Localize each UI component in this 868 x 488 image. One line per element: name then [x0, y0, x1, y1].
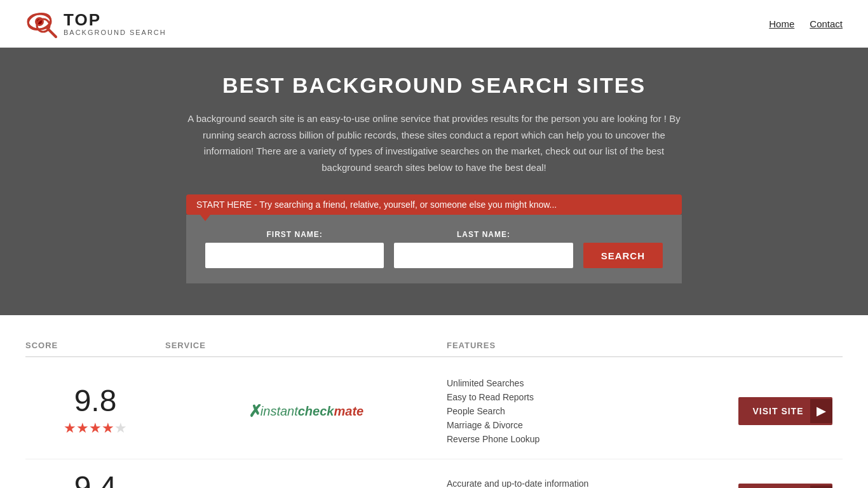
search-container: START HERE - Try searching a friend, rel… — [186, 194, 682, 283]
main-nav: Home Contact — [769, 18, 843, 29]
score-number-1: 9.8 — [25, 386, 165, 416]
table-row: 9.4 ★★★★★ PeopleLooker Accurate and up-t… — [25, 459, 843, 488]
features-cell-1: Unlimited Searches Easy to Read Reports … — [447, 376, 728, 446]
search-box: FIRST NAME: LAST NAME: SEARCH — [186, 215, 682, 283]
ic-mate: mate — [334, 404, 363, 419]
logo-sub: BACKGROUND SEARCH — [64, 29, 166, 36]
visit-arrow-2: ▶ — [810, 485, 832, 488]
col-features: FEATURES — [447, 341, 728, 350]
ic-instant: instant — [261, 404, 298, 419]
features-list-1: Unlimited Searches Easy to Read Reports … — [447, 376, 728, 446]
feature-item: Easy to Read Reports — [447, 390, 728, 404]
logo-text: TOP BACKGROUND SEARCH — [64, 11, 166, 37]
visit-site-button-1[interactable]: VISIT SITE ▶ — [738, 397, 832, 425]
ic-x-mark: ✗ — [248, 402, 261, 421]
search-button[interactable]: SEARCH — [583, 243, 663, 268]
search-prompt: START HERE - Try searching a friend, rel… — [186, 194, 682, 215]
first-name-group: FIRST NAME: — [205, 230, 384, 268]
first-name-label: FIRST NAME: — [205, 230, 384, 239]
table-row: 9.8 ★★★★★ ✗ instant checkmate Unlimited … — [25, 363, 843, 459]
visit-label-1: VISIT SITE — [752, 406, 803, 416]
results-table: SCORE SERVICE FEATURES 9.8 ★★★★★ ✗ insta… — [0, 315, 868, 488]
service-cell-1: ✗ instant checkmate — [165, 402, 447, 421]
ic-check: check — [298, 404, 334, 419]
score-cell-2: 9.4 ★★★★★ — [25, 472, 165, 488]
col-service: SERVICE — [165, 341, 447, 350]
feature-item: Reverse Phone Lookup — [447, 432, 728, 446]
score-number-2: 9.4 — [25, 472, 165, 488]
logo-top: TOP — [64, 11, 166, 29]
page-title: BEST BACKGROUND SEARCH SITES — [13, 73, 855, 98]
visit-cell-1: VISIT SITE ▶ — [728, 397, 843, 425]
first-name-input[interactable] — [205, 243, 384, 268]
col-score: SCORE — [25, 341, 165, 350]
features-cell-2: Accurate and up-to-date information Unli… — [447, 477, 728, 488]
last-name-label: LAST NAME: — [394, 230, 573, 239]
feature-item: Unlimited Searches — [447, 376, 728, 390]
feature-item: Marriage & Divorce — [447, 418, 728, 432]
visit-arrow-1: ▶ — [810, 399, 832, 423]
logo-area: TOP BACKGROUND SEARCH — [25, 8, 166, 39]
last-name-group: LAST NAME: — [394, 230, 573, 268]
col-action — [728, 341, 843, 350]
feature-item: People Search — [447, 404, 728, 418]
table-header: SCORE SERVICE FEATURES — [25, 334, 843, 357]
score-cell-1: 9.8 ★★★★★ — [25, 386, 165, 437]
instantcheckmate-logo: ✗ instant checkmate — [248, 402, 363, 421]
hero-section: BEST BACKGROUND SEARCH SITES A backgroun… — [0, 48, 868, 315]
visit-cell-2: VISIT SITE ▶ — [728, 484, 843, 488]
last-name-input[interactable] — [394, 243, 573, 268]
visit-site-button-2[interactable]: VISIT SITE ▶ — [738, 484, 832, 488]
hero-description: A background search site is an easy-to-u… — [186, 111, 682, 175]
feature-item: Accurate and up-to-date information — [447, 477, 728, 488]
nav-home[interactable]: Home — [769, 18, 794, 29]
logo-icon — [25, 8, 64, 39]
stars-1: ★★★★★ — [25, 420, 165, 437]
nav-contact[interactable]: Contact — [810, 18, 843, 29]
site-header: TOP BACKGROUND SEARCH Home Contact — [0, 0, 868, 48]
features-list-2: Accurate and up-to-date information Unli… — [447, 477, 728, 488]
